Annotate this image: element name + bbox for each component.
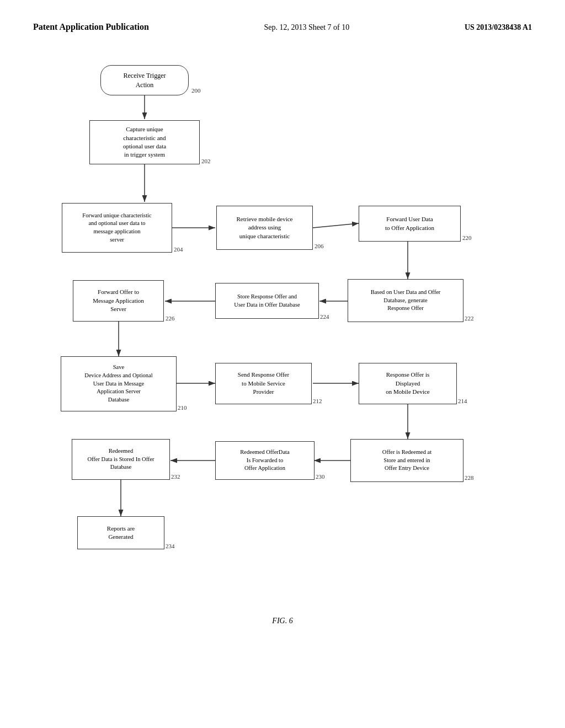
label-210: 210: [178, 404, 187, 411]
box-212: Send Response Offerto Mobile ServiceProv…: [215, 363, 312, 404]
box-202: Capture uniquecharacteristic andoptional…: [89, 120, 200, 164]
flowchart-diagram: Receive TriggerAction 200 Capture unique…: [45, 65, 520, 606]
box-200: Receive TriggerAction: [100, 65, 189, 95]
publication-title: Patent Application Publication: [33, 22, 149, 32]
label-224: 224: [320, 313, 329, 320]
label-232: 232: [171, 473, 180, 480]
label-214: 214: [458, 398, 467, 404]
label-206: 206: [315, 243, 324, 249]
patent-page: Patent Application Publication Sep. 12, …: [0, 0, 565, 728]
label-204: 204: [174, 246, 183, 253]
box-210: SaveDevice Address and OptionalUser Data…: [61, 356, 177, 411]
box-234: Reports areGenerated: [77, 516, 164, 549]
box-232: RedeemedOffer Data is Stored In OfferDat…: [72, 439, 170, 480]
page-header: Patent Application Publication Sep. 12, …: [33, 22, 532, 32]
label-226: 226: [166, 315, 175, 322]
box-220: Forward User Datato Offer Application: [359, 206, 461, 242]
box-224: Store Response Offer andUser Data in Off…: [215, 283, 319, 319]
box-222: Based on User Data and OfferDatabase, ge…: [348, 279, 463, 322]
label-220: 220: [462, 234, 472, 241]
label-200: 200: [191, 87, 201, 94]
label-230: 230: [316, 473, 325, 480]
figure-caption: FIG. 6: [33, 617, 532, 625]
label-212: 212: [313, 398, 322, 404]
label-202: 202: [201, 158, 211, 164]
label-228: 228: [465, 474, 474, 481]
box-230: Redeemed OfferDataIs Forwarded toOffer A…: [215, 441, 315, 480]
box-228: Offer is Redeemed atStore and entered in…: [350, 439, 463, 482]
date-sheet: Sep. 12, 2013 Sheet 7 of 10: [264, 23, 349, 32]
patent-number: US 2013/0238438 A1: [465, 23, 532, 32]
box-204: Forward unique characteristicand optiona…: [62, 203, 172, 253]
box-206: Retrieve mobile deviceaddress usinguniqu…: [216, 206, 313, 250]
box-214: Response Offer isDisplayedon Mobile Devi…: [359, 363, 457, 404]
label-234: 234: [166, 543, 175, 549]
box-226: Forward Offer toMessage ApplicationServe…: [73, 280, 164, 322]
label-222: 222: [465, 315, 474, 322]
svg-line-4: [313, 223, 359, 228]
